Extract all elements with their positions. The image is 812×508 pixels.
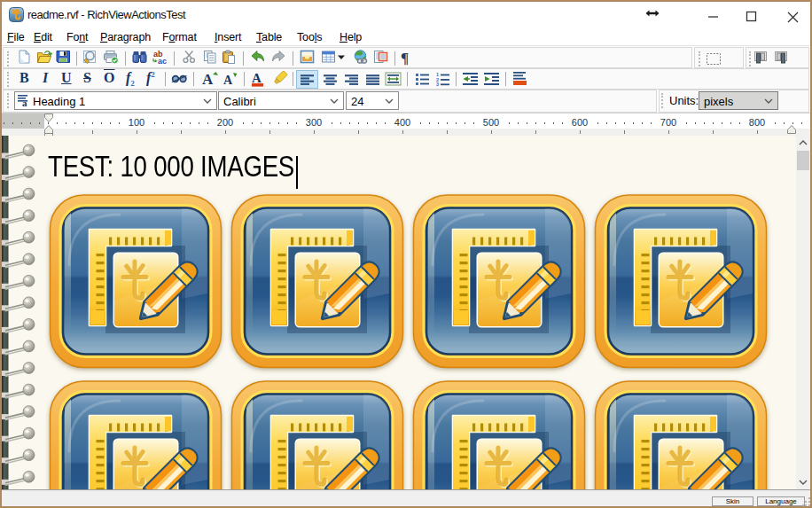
svg-text:A: A [202,71,214,87]
svg-text:A: A [223,74,233,87]
svg-text:ac: ac [158,57,167,66]
svg-text:¶: ¶ [401,50,409,66]
svg-text:3: 3 [436,82,439,86]
svg-text:a: a [22,98,27,108]
svg-text:A: A [252,71,262,85]
